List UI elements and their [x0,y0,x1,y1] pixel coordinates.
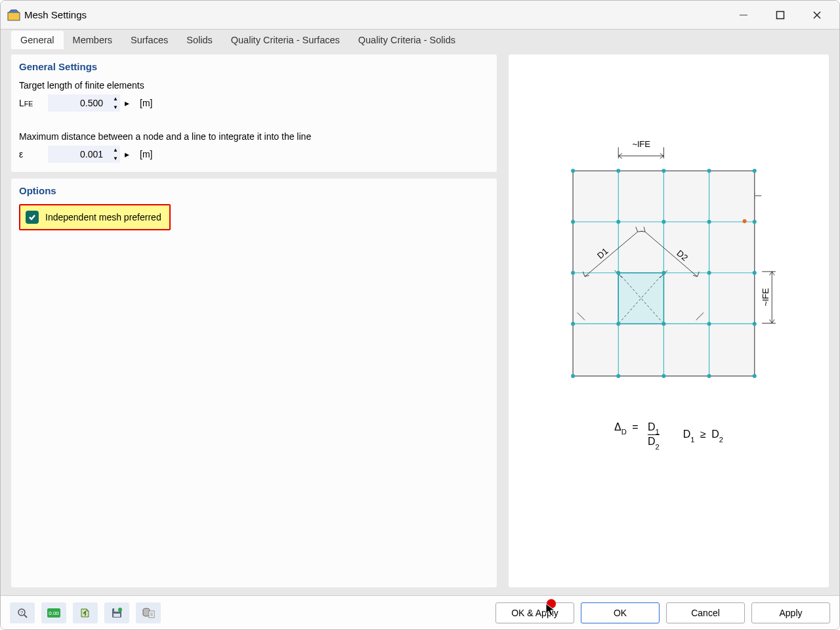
eps-input[interactable]: 0.001 ▲ ▼ [48,146,120,163]
svg-text:0.00: 0.00 [49,610,59,616]
eps-value: 0.001 [80,149,103,159]
preview-panel: ~lFE ε [509,54,829,587]
svg-text:?: ? [20,610,24,616]
svg-point-42 [616,220,620,224]
tab-members[interactable]: Members [64,31,121,49]
svg-point-59 [707,374,711,378]
units-button[interactable]: 0.00 [41,602,66,623]
close-button[interactable] [808,6,826,24]
svg-point-70 [118,608,122,612]
svg-point-41 [571,220,575,224]
app-icon [7,9,20,22]
svg-rect-69 [114,614,120,617]
eps-unit: [m] [140,149,152,159]
svg-point-51 [571,322,575,326]
svg-point-47 [616,271,620,275]
svg-point-36 [571,169,575,173]
svg-line-63 [24,615,27,618]
maximize-button[interactable] [771,6,789,24]
independent-mesh-label: Independent mesh preferred [45,212,161,222]
max-dist-label: Maximum distance between a node and a li… [19,131,489,142]
tab-qc-solids[interactable]: Quality Criteria - Solids [349,31,465,49]
lfe-symbol: LFE [19,98,48,108]
lfe-unit: [m] [140,98,152,108]
svg-point-53 [662,322,665,326]
window-title: Mesh Settings [24,9,734,20]
titlebar: Mesh Settings [1,1,839,30]
svg-point-46 [571,271,575,275]
svg-rect-0 [8,12,20,20]
svg-text:~lFE: ~lFE [761,288,770,306]
svg-point-48 [662,271,665,275]
svg-point-50 [753,271,757,275]
independent-mesh-checkbox[interactable] [26,211,39,224]
general-settings-title: General Settings [19,61,489,72]
eps-spin-down[interactable]: ▼ [111,154,120,163]
formula-row: ΔD = D1 D2 D1 ≥ D2 [614,421,723,450]
svg-point-39 [707,169,711,173]
apply-button[interactable]: Apply [751,602,830,623]
lfe-spin-down[interactable]: ▼ [111,103,120,112]
eps-symbol: ε [19,149,48,159]
tab-general[interactable]: General [11,31,64,49]
lfe-spin-up[interactable]: ▲ [111,94,120,103]
svg-rect-2 [777,11,784,18]
tab-bar: General Members Surfaces Solids Quality … [1,30,839,49]
svg-point-57 [616,374,620,378]
svg-point-44 [707,220,711,224]
independent-mesh-highlight: Independent mesh preferred [19,204,171,230]
cancel-button[interactable]: Cancel [666,602,745,623]
svg-point-60 [753,374,757,378]
eps-dropdown[interactable]: ▸ [120,146,133,163]
help-button[interactable]: ? [10,602,35,623]
svg-point-56 [571,374,575,378]
load-default-button[interactable] [73,602,98,623]
svg-point-45 [753,220,757,224]
general-settings-panel: General Settings Target length of finite… [11,54,497,172]
options-panel: Options Independent mesh preferred [11,178,497,587]
eps-spin-up[interactable]: ▲ [111,146,120,154]
save-default-button[interactable] [104,602,129,623]
lfe-value: 0.500 [80,98,103,108]
target-length-label: Target length of finite elements [19,80,489,91]
lfe-input[interactable]: 0.500 ▲ ▼ [48,94,120,112]
ok-button[interactable]: OK [581,602,660,623]
lfe-dropdown[interactable]: ▸ [120,94,133,112]
svg-point-55 [753,322,757,326]
svg-point-52 [616,322,620,326]
database-button[interactable] [136,602,161,623]
recording-indicator-dot [547,599,556,608]
svg-text:~lFE: ~lFE [633,140,651,149]
options-title: Options [19,185,489,196]
footer: ? 0.00 OK & Apply OK Cancel Apply [1,595,839,629]
svg-point-49 [707,271,711,275]
minimize-button[interactable] [734,6,753,24]
svg-point-43 [662,220,665,224]
tab-qc-surfaces[interactable]: Quality Criteria - Surfaces [222,31,349,49]
svg-point-40 [753,169,757,173]
svg-point-38 [662,169,665,173]
ok-apply-button[interactable]: OK & Apply [495,602,574,623]
svg-point-54 [707,322,711,326]
tab-solids[interactable]: Solids [177,31,222,49]
tab-surfaces[interactable]: Surfaces [121,31,177,49]
svg-point-61 [743,219,747,223]
svg-point-58 [662,374,665,378]
svg-point-37 [616,169,620,173]
mesh-diagram: ~lFE ε [551,140,787,388]
